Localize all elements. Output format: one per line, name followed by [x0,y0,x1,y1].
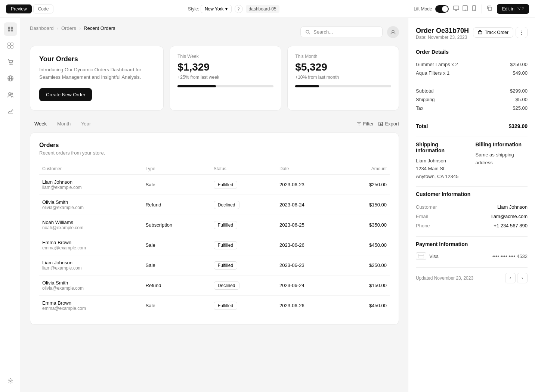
edit-button[interactable]: Edit in ⌥2 [497,4,529,14]
status-badge: Fulfilled [214,221,237,229]
svg-rect-8 [8,27,10,29]
cell-date: 2023-06-23 [276,255,341,276]
cell-status: Fulfilled [211,175,276,195]
shipping-billing-grid: Shipping Information Liam Johnson 1234 M… [416,141,528,180]
tab-year[interactable]: Year [77,119,95,128]
svg-point-24 [10,380,11,382]
code-button[interactable]: Code [33,4,54,13]
top-bar: Dashboard › Orders › Recent Orders Searc… [30,25,399,38]
total-line: Total $329.00 [416,122,528,131]
sidebar-logo[interactable] [4,22,17,36]
table-row[interactable]: Olivia Smith olivia@example.com Refund D… [39,276,390,296]
this-week-progress-fill [177,85,216,87]
cell-customer: Olivia Smith olivia@example.com [39,195,143,215]
lift-mode-label: Lift Mode [414,6,432,12]
search-icon [305,29,310,35]
tab-month[interactable]: Month [53,119,75,128]
item-2-name: Aqua Filters x 1 [416,70,449,76]
divider-3 [416,137,528,137]
subtotal-value: $299.00 [510,88,528,94]
phone-val: +1 234 567 890 [494,223,528,228]
customer-info-title: Customer Information [416,191,528,197]
mobile-icon[interactable] [471,5,477,12]
next-order-button[interactable]: › [517,273,528,283]
user-avatar[interactable] [387,26,399,38]
total-label: Total [416,123,428,129]
table-row[interactable]: Noah Williams noah@example.com Subscript… [39,215,390,235]
cell-customer: Olivia Smith olivia@example.com [39,276,143,296]
customer-phone-row: Phone +1 234 567 890 [416,221,528,230]
toggle-knob [442,6,448,12]
email-val: liam@acme.com [491,214,528,219]
cell-date: 2023-06-25 [276,215,341,235]
cell-type: Sale [143,175,211,195]
right-panel: Order Oe31b70H Date: November 23, 2023 T… [408,18,535,392]
divider-1 [416,82,528,82]
table-row[interactable]: Olivia Smith olivia@example.com Refund D… [39,195,390,215]
card-brand: Visa [429,253,439,259]
toggle-switch[interactable] [435,5,449,13]
sidebar-item-chart[interactable] [4,105,17,118]
cell-status: Declined [211,195,276,215]
breadcrumb-dashboard[interactable]: Dashboard [30,25,54,31]
order-item-1: Glimmer Lamps x 2 $250.00 [416,60,528,69]
table-row[interactable]: Emma Brown emma@example.com Sale Fulfill… [39,296,390,316]
table-row[interactable]: Liam Johnson liam@example.com Sale Fulfi… [39,255,390,276]
lift-mode-toggle[interactable]: Lift Mode [414,5,448,13]
svg-rect-15 [11,46,13,48]
col-status: Status [211,163,276,175]
table-header: Customer Type Status Date Amount [39,163,390,175]
toolbar-center: Style: New York ▾ ? dashboard-05 [188,5,279,13]
preview-button[interactable]: Preview [6,4,32,13]
period-tabs: Week Month Year [30,119,95,128]
cell-status: Fulfilled [211,215,276,235]
tablet-icon[interactable] [462,5,468,12]
card-number: •••• •••• •••• 4532 [492,253,528,259]
this-week-value: $1,329 [177,61,273,73]
cell-date: 2023-06-23 [276,175,341,195]
cell-status: Declined [211,276,276,296]
filter-button[interactable]: Filter [356,121,374,127]
svg-line-26 [309,33,310,34]
create-new-order-button[interactable]: Create New Order [39,88,92,101]
sidebar-item-dashboard[interactable] [4,39,17,52]
style-dropdown[interactable]: New York ▾ [201,5,232,13]
search-bar[interactable]: Search... [300,27,383,37]
phone-key: Phone [416,223,430,228]
desktop-icon[interactable] [453,5,459,12]
prev-order-button[interactable]: ‹ [505,273,516,283]
more-options-button[interactable]: ⋮ [516,27,528,38]
copy-icon[interactable] [486,5,492,12]
svg-rect-0 [454,6,459,10]
help-button[interactable]: ? [235,5,243,13]
toolbar-divider [482,4,482,13]
orders-title: Orders [39,142,390,149]
dashboard-id-label: dashboard-05 [246,5,279,13]
cell-amount: $250.00 [341,255,390,276]
toolbar-view-icons [453,5,477,12]
sidebar-item-globe[interactable] [4,72,17,85]
cell-type: Refund [143,276,211,296]
export-button[interactable]: Export [378,121,399,127]
sidebar-item-users[interactable] [4,88,17,102]
cell-customer: Liam Johnson liam@example.com [39,175,143,195]
svg-rect-10 [8,29,10,31]
sidebar-item-cart[interactable] [4,55,17,69]
this-month-progress-bg [295,85,391,87]
customer-key: Customer [416,204,437,210]
sidebar-item-settings[interactable] [4,374,17,388]
svg-point-17 [12,64,12,65]
svg-rect-9 [10,27,12,29]
breadcrumb-orders[interactable]: Orders [61,25,76,31]
this-month-change: +10% from last month [295,75,391,80]
cell-date: 2023-06-26 [276,296,341,316]
table-row[interactable]: Emma Brown emma@example.com Sale Fulfill… [39,235,390,255]
cell-status: Fulfilled [211,255,276,276]
track-order-button[interactable]: Track Order [473,27,513,38]
table-row[interactable]: Liam Johnson liam@example.com Sale Fulfi… [39,175,390,195]
app-layout: Dashboard › Orders › Recent Orders Searc… [0,18,535,392]
panel-footer: Updated November 23, 2023 ‹ › [416,267,528,283]
this-week-progress-bg [177,85,273,87]
tab-week[interactable]: Week [30,119,51,128]
order-header: Order Oe31b70H Date: November 23, 2023 T… [416,27,528,47]
